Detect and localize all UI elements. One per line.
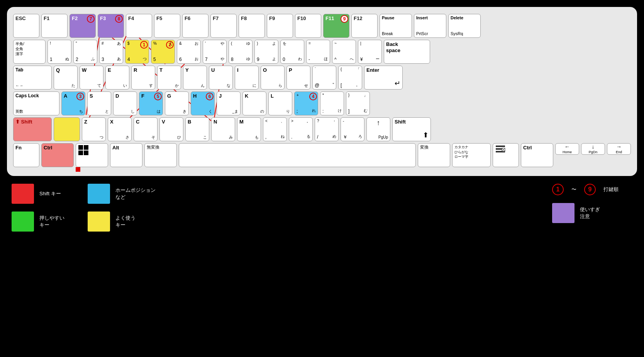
key-i[interactable]: I に <box>235 66 259 90</box>
key-enter[interactable]: Enter ↵ <box>364 66 403 90</box>
key-f2[interactable]: F2 7 <box>69 14 96 38</box>
key-at[interactable]: ` @ " <box>312 66 336 90</box>
key-bracket-right[interactable]: } 」 ] む <box>346 91 370 115</box>
legend-red-label: Shift キー <box>39 190 61 197</box>
key-7[interactable]: ' や 7 や <box>203 40 227 64</box>
key-semicolon[interactable]: + ; れ 4 <box>294 91 318 115</box>
key-muhenkan[interactable]: 無変換 <box>144 143 177 167</box>
key-ro[interactable]: - ゝ ￥ ろ <box>341 117 364 141</box>
key-o[interactable]: O ら <box>261 66 285 90</box>
legend-purple: 使いすぎ注意 <box>552 203 619 223</box>
key-f6[interactable]: F6 <box>182 14 208 38</box>
key-e[interactable]: E い <box>105 66 129 90</box>
app-menu-icon <box>495 145 506 153</box>
key-ctrl-right[interactable]: Ctrl <box>521 143 553 167</box>
legend-tilde: 〜 <box>571 186 576 193</box>
key-f5[interactable]: F5 <box>154 14 180 38</box>
key-z[interactable]: Z つ <box>82 117 106 141</box>
key-0[interactable]: を 0 わ <box>280 40 304 64</box>
key-j[interactable]: J _ま <box>217 91 241 115</box>
key-h[interactable]: H く 6 <box>191 91 215 115</box>
key-r[interactable]: R す <box>131 66 155 90</box>
key-d[interactable]: D し <box>113 91 137 115</box>
key-9[interactable]: ) よ 9 よ <box>254 40 278 64</box>
key-f3[interactable]: F3 8 <box>98 14 124 38</box>
key-ctrl-left[interactable]: Ctrl <box>41 143 74 167</box>
key-w[interactable]: W て <box>80 66 103 90</box>
key-x[interactable]: X さ <box>108 117 132 141</box>
key-3[interactable]: # あ 3 あ <box>99 40 123 64</box>
key-y[interactable]: Y ん <box>183 66 207 90</box>
key-space[interactable] <box>179 143 416 167</box>
key-m[interactable]: M も <box>237 117 261 141</box>
key-f12[interactable]: F12 <box>351 14 378 38</box>
key-f7[interactable]: F7 <box>210 14 237 38</box>
key-6[interactable]: & お 6 お <box>177 40 201 64</box>
key-minus[interactable]: = - ほ <box>306 40 330 64</box>
windows-icon <box>78 145 89 156</box>
key-henkan[interactable]: 変換 <box>418 143 450 167</box>
key-windows[interactable] <box>76 143 108 167</box>
key-p[interactable]: P せ <box>286 66 310 90</box>
key-1[interactable]: ! 1 ぬ <box>47 40 71 64</box>
key-right[interactable]: → End <box>607 143 631 155</box>
key-katakana[interactable]: カタカナひらがなローマ字 <box>452 143 491 167</box>
key-f10[interactable]: F10 <box>295 14 321 38</box>
key-k[interactable]: K の <box>242 91 266 115</box>
key-f9[interactable]: F9 <box>267 14 293 38</box>
key-alt[interactable]: Alt <box>110 143 142 167</box>
key-shift-right[interactable]: Shift ⬆ <box>392 117 431 141</box>
key-f8[interactable]: F8 <box>239 14 265 38</box>
key-s[interactable]: S と <box>87 91 111 115</box>
key-f[interactable]: F は 5 <box>139 91 163 115</box>
key-bracket-left[interactable]: { 「 [ 。 <box>338 66 362 90</box>
key-8[interactable]: ( ゆ 8 ゆ <box>229 40 253 64</box>
key-esc[interactable]: ESC <box>13 14 39 38</box>
key-comma[interactable]: < 、 , ね <box>263 117 287 141</box>
key-delete-sysrq[interactable]: Delete SysRq <box>448 14 481 38</box>
legend-red-section: Shift キー 押しやすいキー <box>12 184 64 232</box>
key-n[interactable]: N み <box>211 117 235 141</box>
key-hankaku[interactable]: 半角/全角漢字 <box>13 40 46 64</box>
key-g[interactable]: G き <box>165 91 189 115</box>
key-slash[interactable]: ? ・ / め <box>315 117 339 141</box>
key-backspace[interactable]: Backspace <box>384 40 430 64</box>
key-5[interactable]: % え 5 2 <box>151 40 175 64</box>
key-caps-lock[interactable]: Caps Lock 英数 <box>13 91 59 115</box>
key-4[interactable]: $ 4 つ 1 <box>125 40 149 64</box>
key-f1[interactable]: F1 <box>41 14 68 38</box>
key-fn[interactable]: Fn <box>13 143 39 167</box>
key-b[interactable]: B こ <box>185 117 209 141</box>
key-f4[interactable]: F4 <box>126 14 152 38</box>
key-q[interactable]: Q た <box>54 66 78 90</box>
svg-rect-7 <box>78 145 83 150</box>
key-left[interactable]: ← Home <box>555 143 579 155</box>
key-u[interactable]: U な <box>209 66 233 90</box>
key-pause-break[interactable]: Pause Break <box>380 14 412 38</box>
legend-yellow-box <box>88 211 110 232</box>
key-shift-left[interactable]: ⬆ Shift <box>13 117 52 141</box>
bottom-row: Fn Ctrl Alt 無変換 <box>13 143 631 167</box>
key-colon[interactable]: * : け <box>320 91 344 115</box>
key-f11[interactable]: F11 9 <box>323 14 349 38</box>
svg-rect-8 <box>84 145 88 150</box>
key-t[interactable]: T か <box>157 66 181 90</box>
legend-green-label: 押しやすいキー <box>39 215 64 228</box>
svg-rect-6 <box>76 167 80 172</box>
key-caret[interactable]: ~ ^ へ <box>332 40 356 64</box>
key-insert-prtscr[interactable]: Insert PrtScr <box>414 14 446 38</box>
key-up-pgup[interactable]: ↑ PgUp <box>366 117 390 141</box>
key-2[interactable]: " 2 ふ <box>73 40 97 64</box>
legend-blue: ホームポジションなど <box>88 184 156 204</box>
key-c[interactable]: C そ <box>134 117 158 141</box>
key-yellow-extra[interactable] <box>54 117 80 141</box>
key-a[interactable]: A ち 3 <box>61 91 85 115</box>
function-row: ESC F1 F2 7 F3 8 F4 F5 F6 F7 <box>13 14 631 38</box>
key-l[interactable]: L り <box>268 91 292 115</box>
key-down[interactable]: ↓ PgDn <box>581 143 605 155</box>
key-app-menu[interactable] <box>493 143 519 167</box>
key-v[interactable]: V ひ <box>159 117 183 141</box>
key-yen[interactable]: | ¥ ー <box>358 40 382 64</box>
key-tab[interactable]: Tab ←→ <box>13 66 52 90</box>
key-period[interactable]: > 。 . る <box>289 117 313 141</box>
